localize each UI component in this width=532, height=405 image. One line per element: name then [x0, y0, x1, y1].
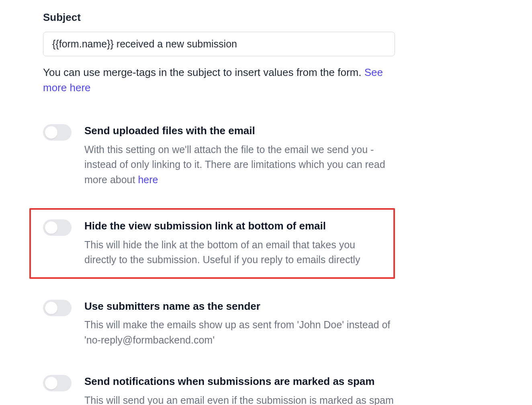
toggle-sender-name[interactable] — [43, 300, 72, 316]
toggle-desc-attach-files-link[interactable]: here — [138, 174, 158, 185]
toggle-title-spam-notify: Send notifications when submissions are … — [84, 375, 395, 388]
toggle-knob — [45, 377, 57, 389]
toggle-row-hide-link: Hide the view submission link at bottom … — [29, 208, 395, 279]
toggle-attach-files[interactable] — [43, 124, 72, 141]
toggle-body-spam-notify: Send notifications when submissions are … — [84, 375, 395, 405]
toggle-title-sender-name: Use submitters name as the sender — [84, 300, 395, 313]
toggle-body-sender-name: Use submitters name as the sender This w… — [84, 300, 395, 348]
toggle-desc-hide-link: This will hide the link at the bottom of… — [84, 237, 386, 268]
toggle-knob — [45, 126, 57, 139]
toggle-desc-spam-notify: This will send you an email even if the … — [84, 393, 395, 405]
subject-label: Subject — [43, 11, 395, 24]
toggle-title-attach-files: Send uploaded files with the email — [84, 124, 395, 137]
subject-helper: You can use merge-tags in the subject to… — [43, 65, 395, 95]
toggle-hide-link[interactable] — [43, 219, 72, 236]
toggle-body-hide-link: Hide the view submission link at bottom … — [84, 219, 386, 268]
toggle-desc-attach-files-text: With this setting on we'll attach the fi… — [84, 144, 385, 185]
toggle-row-attach-files: Send uploaded files with the email With … — [43, 119, 395, 192]
subject-input[interactable] — [43, 32, 395, 56]
toggle-knob — [45, 221, 57, 234]
toggle-desc-attach-files: With this setting on we'll attach the fi… — [84, 142, 395, 188]
toggle-desc-sender-name: This will make the emails show up as sen… — [84, 317, 395, 348]
toggle-body-attach-files: Send uploaded files with the email With … — [84, 124, 395, 187]
toggle-row-sender-name: Use submitters name as the sender This w… — [43, 295, 395, 353]
subject-helper-text: You can use merge-tags in the subject to… — [43, 66, 364, 78]
toggle-knob — [45, 302, 57, 314]
toggle-title-hide-link: Hide the view submission link at bottom … — [84, 219, 386, 233]
toggle-spam-notify[interactable] — [43, 375, 72, 391]
toggle-row-spam-notify: Send notifications when submissions are … — [43, 370, 395, 405]
